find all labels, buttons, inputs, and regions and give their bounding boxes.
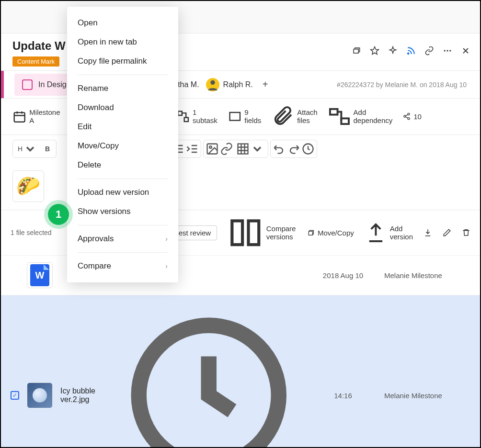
svg-rect-21 bbox=[309, 231, 312, 235]
menu-open-new-tab[interactable]: Open in new tab bbox=[67, 33, 178, 52]
svg-rect-20 bbox=[249, 221, 259, 245]
menu-show-versions[interactable]: Show versions bbox=[67, 202, 178, 221]
link-icon[interactable] bbox=[424, 46, 434, 56]
menu-compare[interactable]: Compare› bbox=[67, 257, 178, 276]
assignees: Martha M. Ralph R. + bbox=[165, 78, 271, 91]
attach-files-button[interactable]: Attach files bbox=[272, 105, 317, 128]
request-review-button[interactable]: est review bbox=[172, 225, 218, 240]
menu-move-copy[interactable]: Move/Copy bbox=[67, 136, 178, 156]
menu-edit[interactable]: Edit bbox=[67, 117, 178, 136]
status-label[interactable]: In Design bbox=[38, 80, 71, 89]
file-thumbnail: W bbox=[27, 262, 53, 288]
svg-rect-17 bbox=[238, 144, 248, 154]
svg-rect-6 bbox=[14, 112, 25, 122]
menu-divider bbox=[78, 179, 168, 179]
file-owner: Melanie Milestone bbox=[384, 392, 470, 400]
svg-point-1 bbox=[408, 53, 409, 55]
add-dependency-button[interactable]: Add dependency bbox=[328, 105, 393, 128]
file-row[interactable]: ✓ Icy bubble ver.2.jpg 14:16 Melanie Mil… bbox=[1, 295, 480, 448]
menu-divider bbox=[78, 252, 168, 253]
edit-button[interactable] bbox=[443, 228, 451, 237]
chevron-right-icon: › bbox=[165, 235, 168, 243]
context-menu: Open Open in new tab Copy file permalink… bbox=[67, 7, 178, 282]
file-date: 14:16 bbox=[309, 392, 377, 400]
svg-point-13 bbox=[404, 115, 406, 117]
svg-rect-11 bbox=[341, 118, 349, 124]
menu-copy-permalink[interactable]: Copy file permalink bbox=[67, 52, 178, 71]
svg-point-5 bbox=[210, 80, 215, 84]
heading-button[interactable]: H bbox=[15, 142, 40, 156]
taco-image[interactable]: 🌮 bbox=[12, 170, 44, 202]
annotation-badge: 1 bbox=[48, 204, 69, 225]
more-icon[interactable] bbox=[443, 46, 452, 56]
bold-button[interactable]: B bbox=[41, 142, 54, 156]
status-accent bbox=[1, 71, 4, 98]
history-button[interactable] bbox=[301, 142, 315, 156]
task-meta: #262224372 by Melanie M. on 2018 Aug 10 bbox=[337, 81, 467, 89]
table-button[interactable] bbox=[234, 142, 266, 156]
svg-point-2 bbox=[444, 50, 446, 51]
status-checkbox[interactable] bbox=[22, 79, 33, 90]
menu-divider bbox=[78, 225, 168, 225]
menu-download[interactable]: Download bbox=[67, 98, 178, 117]
menu-open[interactable]: Open bbox=[67, 13, 178, 33]
menu-divider bbox=[78, 75, 168, 75]
delete-button[interactable] bbox=[462, 228, 470, 237]
close-icon[interactable] bbox=[461, 46, 470, 56]
download-button[interactable] bbox=[424, 228, 432, 237]
chevron-right-icon: › bbox=[165, 262, 168, 270]
file-date: 2018 Aug 10 bbox=[309, 271, 377, 280]
redo-button[interactable] bbox=[287, 142, 300, 156]
svg-rect-7 bbox=[178, 112, 182, 115]
svg-point-12 bbox=[408, 113, 410, 115]
star-outline-icon[interactable] bbox=[370, 46, 379, 56]
link-button[interactable] bbox=[220, 142, 233, 156]
svg-rect-0 bbox=[354, 49, 358, 53]
pin-icon[interactable] bbox=[388, 46, 398, 56]
file-owner: Melanie Milestone bbox=[384, 271, 470, 280]
svg-point-14 bbox=[408, 118, 410, 120]
fields-button[interactable]: 9 fields bbox=[228, 108, 262, 124]
svg-rect-8 bbox=[184, 118, 188, 122]
svg-point-16 bbox=[209, 146, 212, 148]
compare-versions-button[interactable]: Compare versions bbox=[228, 215, 297, 251]
undo-button[interactable] bbox=[273, 142, 286, 156]
image-button[interactable] bbox=[206, 142, 219, 156]
svg-rect-19 bbox=[232, 221, 243, 245]
header-actions bbox=[352, 46, 470, 56]
svg-rect-9 bbox=[229, 112, 240, 121]
subtask-button[interactable]: 1 subtask bbox=[176, 108, 218, 124]
file-name: Icy bubble ver.2.jpg bbox=[60, 302, 302, 448]
add-version-button[interactable]: Add version bbox=[365, 222, 413, 244]
clock-icon bbox=[115, 302, 302, 448]
add-assignee-button[interactable]: + bbox=[260, 79, 271, 90]
rss-icon[interactable] bbox=[406, 46, 416, 56]
assignee-name: Ralph R. bbox=[223, 80, 253, 89]
assignee-ralph[interactable]: Ralph R. bbox=[206, 78, 253, 91]
menu-rename[interactable]: Rename bbox=[67, 79, 178, 98]
folder-badge[interactable]: Content Mark bbox=[12, 56, 59, 67]
restore-icon[interactable] bbox=[352, 46, 361, 56]
svg-point-3 bbox=[447, 50, 448, 51]
files-selected-label: 1 file selected bbox=[11, 229, 52, 236]
menu-approvals[interactable]: Approvals› bbox=[67, 229, 178, 248]
menu-delete[interactable]: Delete bbox=[67, 156, 178, 175]
indent-button[interactable] bbox=[185, 142, 199, 156]
milestone-button[interactable]: Milestone A bbox=[12, 108, 60, 124]
avatar-icon bbox=[206, 78, 219, 91]
menu-upload-new-version[interactable]: Upload new version bbox=[67, 183, 178, 202]
svg-point-4 bbox=[449, 50, 451, 51]
file-thumbnail bbox=[27, 382, 53, 408]
file-checkbox[interactable] bbox=[11, 271, 19, 280]
share-button[interactable]: 10 bbox=[403, 112, 422, 121]
move-copy-button[interactable]: Move/Copy bbox=[307, 229, 354, 237]
file-checkbox[interactable]: ✓ bbox=[11, 391, 19, 400]
svg-rect-10 bbox=[330, 109, 338, 115]
